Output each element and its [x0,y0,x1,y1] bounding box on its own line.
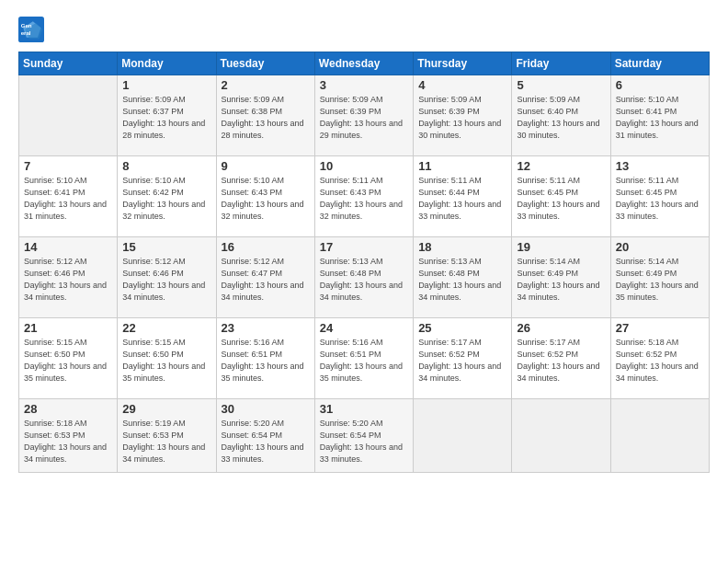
day-info: Sunrise: 5:10 AMSunset: 6:41 PMDaylight:… [616,94,704,142]
day-number: 21 [24,321,112,335]
day-cell: 1Sunrise: 5:09 AMSunset: 6:37 PMDaylight… [118,75,216,156]
day-info: Sunrise: 5:12 AMSunset: 6:46 PMDaylight:… [122,256,210,304]
day-info: Sunrise: 5:17 AMSunset: 6:52 PMDaylight:… [418,337,506,385]
day-info: Sunrise: 5:15 AMSunset: 6:50 PMDaylight:… [24,337,112,385]
day-cell: 18Sunrise: 5:13 AMSunset: 6:48 PMDayligh… [414,237,512,318]
day-number: 10 [320,159,408,173]
day-number: 29 [122,402,210,416]
day-number: 3 [320,78,408,92]
day-info: Sunrise: 5:09 AMSunset: 6:39 PMDaylight:… [418,94,506,142]
day-cell: 27Sunrise: 5:18 AMSunset: 6:52 PMDayligh… [610,318,709,399]
day-info: Sunrise: 5:19 AMSunset: 6:53 PMDaylight:… [122,418,210,465]
day-cell: 19Sunrise: 5:14 AMSunset: 6:49 PMDayligh… [512,237,610,318]
page: Gen eral SundayMondayTuesdayWednesdayThu… [0,0,728,563]
day-info: Sunrise: 5:09 AMSunset: 6:40 PMDaylight:… [517,94,605,142]
day-info: Sunrise: 5:09 AMSunset: 6:39 PMDaylight:… [320,94,408,142]
weekday-header-thursday: Thursday [414,52,512,75]
day-info: Sunrise: 5:18 AMSunset: 6:53 PMDaylight:… [24,418,112,465]
day-cell: 6Sunrise: 5:10 AMSunset: 6:41 PMDaylight… [610,75,709,156]
day-info: Sunrise: 5:13 AMSunset: 6:48 PMDaylight:… [418,256,506,304]
weekday-header-friday: Friday [512,52,610,75]
week-row-1: 1Sunrise: 5:09 AMSunset: 6:37 PMDaylight… [19,75,710,156]
day-cell: 20Sunrise: 5:14 AMSunset: 6:49 PMDayligh… [610,237,709,318]
day-number: 14 [24,240,112,254]
day-number: 1 [122,78,210,92]
day-info: Sunrise: 5:17 AMSunset: 6:52 PMDaylight:… [517,337,605,385]
calendar-table: SundayMondayTuesdayWednesdayThursdayFrid… [18,52,710,473]
day-number: 28 [24,402,112,416]
day-cell [610,399,709,473]
day-info: Sunrise: 5:20 AMSunset: 6:54 PMDaylight:… [222,418,310,465]
day-info: Sunrise: 5:15 AMSunset: 6:50 PMDaylight:… [122,337,210,385]
day-number: 2 [222,78,310,92]
week-row-2: 7Sunrise: 5:10 AMSunset: 6:41 PMDaylight… [19,156,710,237]
day-cell: 22Sunrise: 5:15 AMSunset: 6:50 PMDayligh… [118,318,216,399]
day-info: Sunrise: 5:10 AMSunset: 6:42 PMDaylight:… [122,175,210,223]
day-cell: 16Sunrise: 5:12 AMSunset: 6:47 PMDayligh… [216,237,314,318]
day-cell [512,399,610,473]
day-info: Sunrise: 5:11 AMSunset: 6:45 PMDaylight:… [517,175,605,223]
day-cell: 10Sunrise: 5:11 AMSunset: 6:43 PMDayligh… [314,156,413,237]
day-cell: 28Sunrise: 5:18 AMSunset: 6:53 PMDayligh… [19,399,118,473]
day-cell: 26Sunrise: 5:17 AMSunset: 6:52 PMDayligh… [512,318,610,399]
day-info: Sunrise: 5:10 AMSunset: 6:43 PMDaylight:… [222,175,310,223]
weekday-header-saturday: Saturday [610,52,709,75]
day-info: Sunrise: 5:14 AMSunset: 6:49 PMDaylight:… [517,256,605,304]
weekday-row: SundayMondayTuesdayWednesdayThursdayFrid… [19,52,710,75]
day-number: 19 [517,240,605,254]
day-info: Sunrise: 5:11 AMSunset: 6:45 PMDaylight:… [616,175,704,223]
day-cell: 3Sunrise: 5:09 AMSunset: 6:39 PMDaylight… [314,75,413,156]
day-cell: 7Sunrise: 5:10 AMSunset: 6:41 PMDaylight… [19,156,118,237]
day-number: 8 [122,159,210,173]
day-cell: 13Sunrise: 5:11 AMSunset: 6:45 PMDayligh… [610,156,709,237]
calendar-header: SundayMondayTuesdayWednesdayThursdayFrid… [19,52,710,75]
day-cell: 4Sunrise: 5:09 AMSunset: 6:39 PMDaylight… [414,75,512,156]
day-info: Sunrise: 5:16 AMSunset: 6:51 PMDaylight:… [320,337,408,385]
day-number: 25 [418,321,506,335]
day-number: 7 [24,159,112,173]
day-info: Sunrise: 5:09 AMSunset: 6:37 PMDaylight:… [122,94,210,142]
day-cell: 8Sunrise: 5:10 AMSunset: 6:42 PMDaylight… [118,156,216,237]
week-row-3: 14Sunrise: 5:12 AMSunset: 6:46 PMDayligh… [19,237,710,318]
day-cell: 29Sunrise: 5:19 AMSunset: 6:53 PMDayligh… [118,399,216,473]
day-info: Sunrise: 5:14 AMSunset: 6:49 PMDaylight:… [616,256,704,304]
day-number: 6 [616,78,704,92]
day-cell: 15Sunrise: 5:12 AMSunset: 6:46 PMDayligh… [118,237,216,318]
day-number: 22 [122,321,210,335]
day-info: Sunrise: 5:16 AMSunset: 6:51 PMDaylight:… [222,337,310,385]
day-cell [19,75,118,156]
logo: Gen eral [18,17,48,42]
day-cell: 17Sunrise: 5:13 AMSunset: 6:48 PMDayligh… [314,237,413,318]
day-number: 26 [517,321,605,335]
day-number: 23 [222,321,310,335]
header: Gen eral [18,17,710,42]
day-number: 24 [320,321,408,335]
day-info: Sunrise: 5:12 AMSunset: 6:47 PMDaylight:… [222,256,310,304]
day-cell: 24Sunrise: 5:16 AMSunset: 6:51 PMDayligh… [314,318,413,399]
weekday-header-wednesday: Wednesday [314,52,413,75]
svg-text:Gen: Gen [21,22,32,29]
day-cell: 9Sunrise: 5:10 AMSunset: 6:43 PMDaylight… [216,156,314,237]
day-cell [414,399,512,473]
day-number: 16 [222,240,310,254]
day-number: 13 [616,159,704,173]
week-row-5: 28Sunrise: 5:18 AMSunset: 6:53 PMDayligh… [19,399,710,473]
day-number: 27 [616,321,704,335]
logo-icon: Gen eral [18,17,44,42]
weekday-header-monday: Monday [118,52,216,75]
day-cell: 12Sunrise: 5:11 AMSunset: 6:45 PMDayligh… [512,156,610,237]
day-number: 31 [320,402,408,416]
day-info: Sunrise: 5:13 AMSunset: 6:48 PMDaylight:… [320,256,408,304]
day-info: Sunrise: 5:09 AMSunset: 6:38 PMDaylight:… [222,94,310,142]
day-number: 30 [222,402,310,416]
day-cell: 21Sunrise: 5:15 AMSunset: 6:50 PMDayligh… [19,318,118,399]
day-info: Sunrise: 5:11 AMSunset: 6:44 PMDaylight:… [418,175,506,223]
day-cell: 14Sunrise: 5:12 AMSunset: 6:46 PMDayligh… [19,237,118,318]
day-cell: 31Sunrise: 5:20 AMSunset: 6:54 PMDayligh… [314,399,413,473]
day-info: Sunrise: 5:12 AMSunset: 6:46 PMDaylight:… [24,256,112,304]
day-cell: 23Sunrise: 5:16 AMSunset: 6:51 PMDayligh… [216,318,314,399]
day-number: 4 [418,78,506,92]
calendar-body: 1Sunrise: 5:09 AMSunset: 6:37 PMDaylight… [19,75,710,473]
weekday-header-tuesday: Tuesday [216,52,314,75]
day-info: Sunrise: 5:11 AMSunset: 6:43 PMDaylight:… [320,175,408,223]
